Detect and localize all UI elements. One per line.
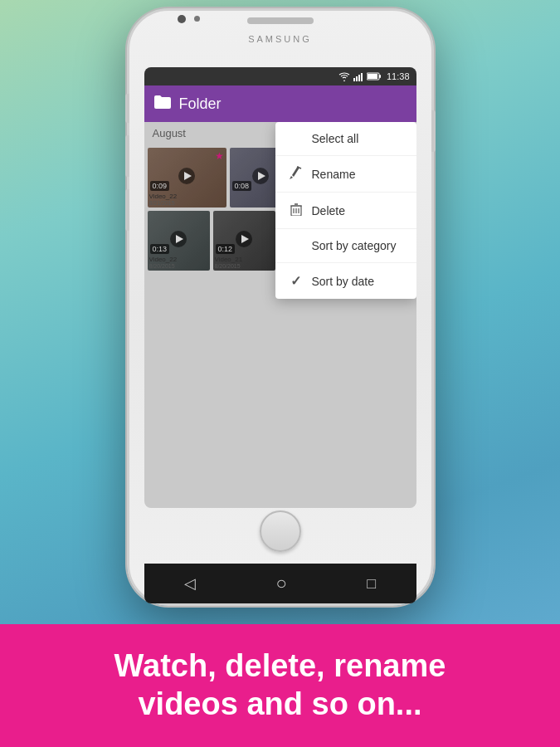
duration-5: 0:12 — [216, 244, 236, 254]
bottom-banner: Watch, delete, rename videos and so on..… — [0, 624, 560, 747]
menu-item-select-all[interactable]: Select all — [275, 122, 416, 156]
sort-date-label: Sort by date — [312, 275, 375, 288]
play-btn-1 — [178, 168, 195, 184]
status-bar: 11:38 — [144, 67, 416, 85]
context-menu: Select all Rename — [275, 122, 416, 299]
svg-rect-0 — [353, 78, 355, 81]
banner-line1: Watch, delete, rename — [114, 648, 446, 683]
banner-line2: videos and so on... — [138, 686, 421, 721]
duration-4: 0:13 — [150, 244, 170, 254]
wifi-icon — [338, 71, 350, 81]
folder-svg-icon — [154, 95, 171, 109]
video-info-4: Video_22 8/20/2015 — [148, 256, 210, 271]
svg-rect-1 — [356, 76, 358, 81]
svg-rect-3 — [361, 73, 363, 81]
play-btn-5 — [236, 231, 252, 247]
banner-text: Watch, delete, rename videos and so on..… — [98, 647, 463, 723]
video-info-1: Video_22 8/21/2015 — [148, 193, 226, 208]
video-date-4: 8/20/2015 — [149, 263, 208, 269]
signal-icon — [353, 71, 363, 81]
select-all-label: Select all — [312, 132, 359, 145]
rename-icon — [289, 166, 304, 182]
app-bar-title: Folder — [179, 95, 407, 113]
back-button[interactable]: ◁ — [184, 574, 196, 593]
phone: SAMSUNG — [127, 8, 434, 606]
bixby-button[interactable] — [125, 189, 129, 231]
duration-2: 0:08 — [232, 181, 252, 191]
menu-item-sort-category[interactable]: Sort by category — [275, 229, 416, 263]
video-date-1: 8/21/2015 — [149, 200, 225, 206]
video-name-1: Video_22 — [149, 193, 225, 200]
video-date-5: 8/20/2015 — [215, 263, 274, 269]
screen: 11:38 Folder August — [144, 67, 416, 508]
phone-shell: SAMSUNG — [127, 8, 434, 606]
play-btn-4 — [170, 231, 187, 247]
rename-svg — [290, 166, 303, 179]
volume-down-button[interactable] — [125, 135, 129, 177]
time-display: 11:38 — [387, 71, 410, 81]
volume-up-button[interactable] — [125, 94, 129, 123]
status-icons: 11:38 — [338, 71, 410, 81]
battery-icon — [367, 71, 382, 81]
menu-item-delete[interactable]: Delete — [275, 193, 416, 229]
trash-svg — [290, 203, 302, 216]
star-1: ★ — [215, 150, 224, 162]
sort-category-label: Sort by category — [312, 239, 397, 252]
delete-label: Delete — [312, 204, 345, 217]
app-bar: Folder — [144, 85, 416, 122]
home-button-nav[interactable]: ○ — [275, 573, 286, 594]
front-camera — [178, 15, 186, 23]
rename-label: Rename — [312, 168, 356, 181]
delete-icon — [289, 203, 304, 218]
video-thumb-4[interactable]: 0:13 Video_22 8/20/2015 — [148, 211, 210, 271]
menu-item-sort-date[interactable]: ✓ Sort by date — [275, 263, 416, 299]
brand-label: SAMSUNG — [248, 34, 312, 44]
video-thumb-5[interactable]: 0:12 Video_21 8/20/2015 — [213, 211, 275, 271]
video-name-4: Video_22 — [149, 256, 208, 263]
menu-item-rename[interactable]: Rename — [275, 156, 416, 193]
svg-rect-5 — [368, 74, 377, 79]
speaker-grille — [247, 17, 314, 24]
power-button[interactable] — [431, 110, 436, 152]
physical-home-button[interactable] — [260, 510, 301, 552]
checkmark-icon: ✓ — [289, 273, 304, 289]
section-label: August — [153, 127, 186, 139]
svg-rect-2 — [358, 75, 360, 81]
play-btn-2 — [252, 168, 269, 184]
duration-1: 0:09 — [150, 181, 170, 191]
proximity-sensor — [194, 16, 200, 22]
video-info-5: Video_21 8/20/2015 — [213, 256, 275, 271]
svg-rect-6 — [379, 75, 381, 78]
screen-content: August ★ 0:09 Video_22 8/21/2015 — [144, 122, 416, 508]
video-name-5: Video_21 — [215, 256, 274, 263]
nav-bar: ◁ ○ □ — [144, 564, 416, 603]
folder-icon — [154, 95, 171, 113]
video-thumb-1[interactable]: ★ 0:09 Video_22 8/21/2015 — [148, 148, 226, 208]
recent-button[interactable]: □ — [367, 575, 376, 593]
